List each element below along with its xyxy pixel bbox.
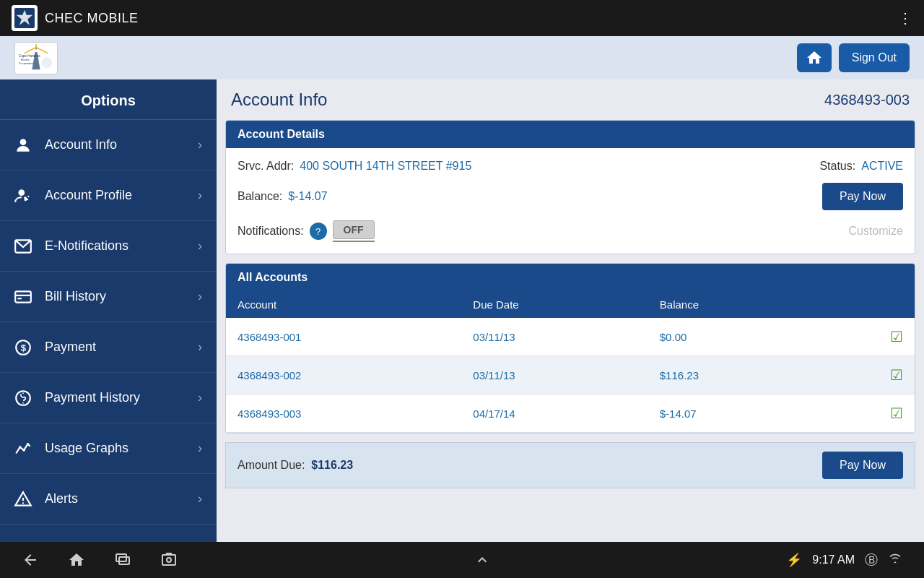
- sidebar-item-alerts[interactable]: Alerts ›: [0, 474, 217, 525]
- main-layout: Options Account Info › Account Profile ›: [0, 79, 924, 542]
- balance-value: $-14.07: [288, 190, 327, 203]
- balance-cell: $-14.07: [648, 394, 817, 433]
- time-display: 9:17 AM: [812, 553, 855, 566]
- sidebar-item-label: Payment History: [45, 390, 140, 405]
- graph-icon: [12, 437, 35, 460]
- sidebar-item-label: Payment: [45, 340, 96, 355]
- account-details-body: Srvc. Addr: 400 SOUTH 14TH STREET #915 S…: [226, 148, 915, 254]
- chevron-right-icon: ›: [198, 289, 202, 304]
- chevron-right-icon: ›: [198, 491, 202, 506]
- pay-now-button[interactable]: Pay Now: [822, 183, 903, 210]
- home-nav-button[interactable]: [68, 551, 85, 569]
- sidebar-item-label: E-Notifications: [45, 238, 128, 254]
- sidebar-item-e-notifications[interactable]: E-Notifications ›: [0, 221, 217, 272]
- chevron-right-icon: ›: [198, 137, 202, 152]
- svg-rect-17: [17, 298, 21, 299]
- wifi-icon: [888, 553, 902, 568]
- svg-point-32: [167, 558, 171, 562]
- sidebar-item-account-profile[interactable]: Account Profile ›: [0, 171, 217, 221]
- sidebar-item-label: Account Info: [45, 137, 117, 152]
- status-value: ACTIVE: [861, 160, 903, 173]
- srvc-addr-value: 400 SOUTH 14TH STREET #915: [300, 160, 471, 173]
- checkbox-icon: ☑: [890, 405, 903, 421]
- customize-button[interactable]: Customize: [848, 225, 903, 238]
- content-area: Account Info 4368493-003 Account Details…: [217, 79, 924, 542]
- all-accounts-card: All Accounts Account Due Date Balance 43…: [225, 263, 915, 434]
- table-row[interactable]: 4368493-002 03/11/13 $116.23 ☑: [226, 356, 915, 394]
- header-bar: Cape Hatteras Electric Cooperative Sign …: [0, 36, 924, 79]
- svg-rect-15: [15, 291, 31, 302]
- person-edit-icon: [12, 184, 35, 207]
- chevron-right-icon: ›: [198, 441, 202, 456]
- sidebar-item-label: Alerts: [45, 491, 78, 506]
- app-title: CHEC MOBILE: [45, 11, 139, 26]
- svg-point-12: [20, 139, 27, 145]
- notifications-label: Notifications:: [237, 225, 304, 238]
- warning-icon: [12, 488, 35, 511]
- sidebar-item-payment[interactable]: $ Payment ›: [0, 322, 217, 373]
- due-date-cell: 03/11/13: [461, 318, 648, 356]
- dollar-clock-icon: [12, 387, 35, 410]
- sidebar-heading: Options: [0, 79, 217, 120]
- account-cell: 4368493-003: [226, 394, 461, 433]
- col-due-date: Due Date: [461, 291, 648, 318]
- chevron-right-icon: ›: [198, 390, 202, 405]
- balance-label: Balance:: [237, 190, 282, 203]
- svg-point-8: [41, 57, 52, 68]
- sidebar-item-payment-history[interactable]: Payment History ›: [0, 373, 217, 423]
- logo-area: Cape Hatteras Electric Cooperative: [14, 42, 58, 74]
- sidebar-item-label: Usage Graphs: [45, 441, 128, 456]
- table-row[interactable]: 4368493-003 04/17/14 $-14.07 ☑: [226, 394, 915, 433]
- account-details-card: Account Details Srvc. Addr: 400 SOUTH 14…: [225, 120, 915, 254]
- page-title: Account Info: [231, 90, 327, 110]
- col-balance: Balance: [648, 291, 817, 318]
- balance-cell: $116.23: [648, 356, 817, 394]
- notifications-row: Notifications: ? OFF Customize: [237, 220, 903, 242]
- usb-icon: ⚡: [786, 552, 802, 568]
- svg-point-13: [19, 189, 25, 196]
- status-label: Status:: [819, 160, 855, 173]
- col-check: [816, 291, 915, 318]
- balance-cell: $0.00: [648, 318, 817, 356]
- pay-now-bottom-button[interactable]: Pay Now: [822, 452, 903, 479]
- header-actions: Sign Out: [797, 43, 910, 72]
- back-button[interactable]: [22, 551, 39, 569]
- dollar-icon: $: [12, 336, 35, 359]
- bottom-bar: ⚡ 9:17 AM Ⓑ: [0, 542, 924, 578]
- all-accounts-header: All Accounts: [226, 264, 915, 291]
- toggle-container: OFF: [333, 220, 375, 242]
- account-cell: 4368493-002: [226, 356, 461, 394]
- svg-text:$: $: [21, 342, 27, 353]
- signout-button[interactable]: Sign Out: [839, 43, 910, 72]
- chevron-right-icon: ›: [198, 188, 202, 203]
- sidebar-item-account-info[interactable]: Account Info ›: [0, 120, 217, 171]
- svg-rect-31: [162, 555, 175, 565]
- checkbox-icon: ☑: [890, 367, 903, 383]
- help-icon[interactable]: ?: [310, 223, 327, 240]
- svg-text:Cape Hatteras: Cape Hatteras: [19, 53, 41, 57]
- sidebar-item-label: Bill History: [45, 289, 106, 304]
- logo: Cape Hatteras Electric Cooperative: [14, 42, 58, 74]
- srvc-addr-row: Srvc. Addr: 400 SOUTH 14TH STREET #915 S…: [237, 160, 903, 173]
- chevron-right-icon: ›: [198, 340, 202, 355]
- svg-point-24: [22, 449, 25, 451]
- recents-button[interactable]: [114, 551, 131, 569]
- svg-rect-4: [34, 49, 38, 52]
- screenshot-button[interactable]: [160, 551, 178, 569]
- srvc-addr-label: Srvc. Addr:: [237, 160, 294, 173]
- up-arrow-button[interactable]: [474, 551, 491, 569]
- sidebar-item-bill-history[interactable]: Bill History ›: [0, 272, 217, 322]
- col-account: Account: [226, 291, 461, 318]
- amount-due-bar: Amount Due: $116.23 Pay Now: [225, 442, 915, 488]
- menu-icon[interactable]: ⋮: [898, 9, 912, 27]
- balance-row: Balance: $-14.07 Pay Now: [237, 183, 903, 210]
- table-row[interactable]: 4368493-001 03/11/13 $0.00 ☑: [226, 318, 915, 356]
- top-bar-left: CHEC MOBILE: [12, 5, 139, 31]
- due-date-cell: 03/11/13: [461, 356, 648, 394]
- table-header-row: Account Due Date Balance: [226, 291, 915, 318]
- checkbox-icon: ☑: [890, 329, 903, 345]
- sidebar-item-usage-graphs[interactable]: Usage Graphs ›: [0, 423, 217, 474]
- home-button[interactable]: [797, 43, 832, 72]
- account-details-header: Account Details: [226, 121, 915, 148]
- notifications-toggle[interactable]: OFF: [333, 220, 375, 239]
